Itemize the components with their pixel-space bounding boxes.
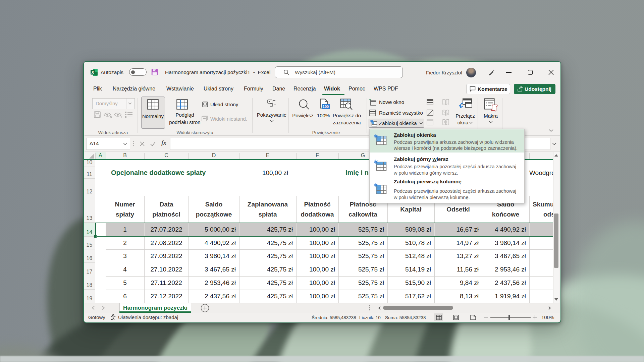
svg-text:100: 100	[323, 105, 329, 109]
svg-text:X: X	[91, 70, 94, 75]
